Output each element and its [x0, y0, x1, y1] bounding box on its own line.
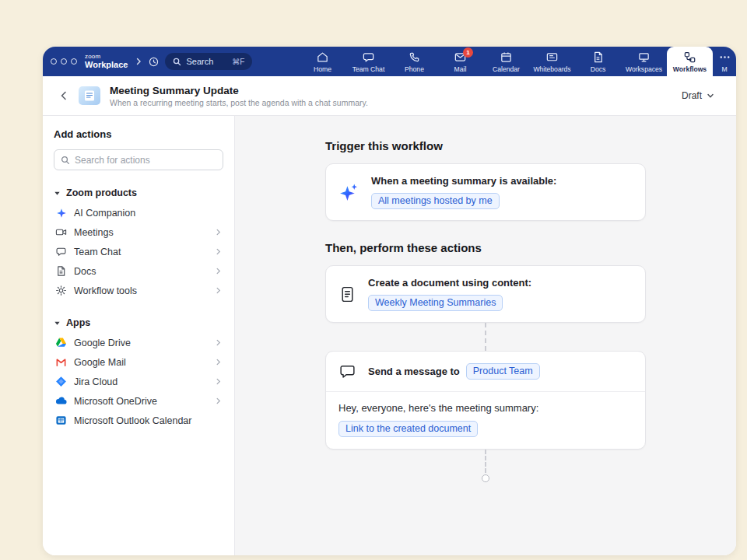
window-control-dot[interactable]: [61, 58, 67, 65]
nav-item-more[interactable]: M: [713, 47, 736, 76]
gear-icon: [55, 285, 67, 296]
zoom-workplace-logo: zoom Workplace: [85, 54, 128, 69]
chevron-right-icon[interactable]: [135, 58, 142, 65]
section-header-apps[interactable]: Apps: [54, 317, 223, 328]
trigger-card[interactable]: When a meeting summary is available: All…: [325, 163, 646, 221]
workflow-canvas: Trigger this workflow When a meeting sum…: [235, 116, 736, 555]
trigger-text: When a meeting summary is available:: [371, 175, 556, 187]
team-chat-icon: [362, 51, 375, 64]
message-body-text: Hey, everyone, here's the meeting summar…: [338, 402, 633, 414]
section-title: Zoom products: [66, 187, 137, 198]
nav-label: Whiteboards: [533, 65, 570, 73]
nav-label: Phone: [405, 65, 424, 73]
chevron-right-icon: [215, 229, 222, 236]
home-icon: [316, 51, 329, 64]
message-link-chip[interactable]: Link to the created document: [338, 421, 478, 437]
document-content-chip[interactable]: Weekly Meeting Summaries: [368, 295, 503, 311]
document-icon: [338, 285, 356, 303]
sidebar-item-microsoft-onedrive[interactable]: Microsoft OneDrive: [54, 391, 223, 411]
connector-line: [485, 450, 486, 473]
phone-icon: [408, 51, 421, 64]
chevron-right-icon: [215, 339, 222, 346]
docs-icon: [55, 265, 67, 277]
logo-zoom: zoom: [85, 54, 128, 60]
meetings-icon: [55, 226, 67, 238]
calendar-icon: [500, 51, 513, 64]
sidebar-item-google-mail[interactable]: Google Mail: [54, 352, 223, 372]
actions-heading: Then, perform these actions: [325, 241, 646, 254]
history-icon[interactable]: [148, 56, 160, 68]
ai-sparkle-icon: [338, 182, 359, 203]
sidebar-item-label: Jira Cloud: [74, 376, 117, 387]
nav-item-mail[interactable]: 1 Mail: [437, 47, 483, 76]
nav-item-docs[interactable]: Docs: [575, 47, 621, 76]
caret-down-icon: [54, 190, 61, 197]
workflow-end-node: [482, 474, 489, 482]
caret-down-icon: [54, 320, 61, 327]
nav-item-phone[interactable]: Phone: [391, 47, 437, 76]
top-bar: zoom Workplace Search ⌘F Home: [43, 47, 736, 76]
sidebar-item-ai-companion[interactable]: AI Companion: [54, 203, 223, 222]
sidebar-item-label: Workflow tools: [74, 285, 137, 296]
gmail-icon: [55, 356, 67, 368]
window-controls[interactable]: [51, 58, 77, 65]
nav-label: Workflows: [673, 65, 707, 73]
section-apps: Apps Google Drive Google Mail: [54, 317, 223, 430]
section-title: Apps: [66, 317, 90, 328]
window-control-dot[interactable]: [71, 58, 77, 65]
workspaces-icon: [637, 51, 651, 64]
chat-bubble-icon: [338, 362, 356, 380]
outlook-calendar-icon: [55, 415, 67, 426]
chevron-right-icon: [215, 268, 222, 275]
sidebar-item-label: Meetings: [74, 227, 114, 238]
sidebar-item-docs[interactable]: Docs: [54, 261, 223, 281]
nav-item-workflows[interactable]: Workflows: [667, 47, 713, 76]
docs-icon: [591, 51, 605, 64]
sidebar-item-jira-cloud[interactable]: Jira Cloud: [54, 372, 223, 391]
trigger-scope-chip[interactable]: All meetings hosted by me: [371, 193, 500, 209]
sidebar-item-meetings[interactable]: Meetings: [54, 222, 223, 242]
back-button[interactable]: [58, 90, 69, 101]
nav-item-team-chat[interactable]: Team Chat: [345, 47, 391, 76]
sidebar-heading: Add actions: [54, 128, 223, 140]
app-window: zoom Workplace Search ⌘F Home: [43, 47, 736, 555]
sidebar-item-label: Team Chat: [74, 247, 121, 257]
mail-badge: 1: [463, 47, 473, 58]
jira-icon: [55, 376, 67, 387]
section-header-zoom-products[interactable]: Zoom products: [54, 187, 223, 198]
nav-label: Workspaces: [626, 65, 662, 73]
sidebar-item-workflow-tools[interactable]: Workflow tools: [54, 281, 223, 300]
nav-item-calendar[interactable]: Calendar: [483, 47, 529, 76]
nav-item-whiteboards[interactable]: Whiteboards: [529, 47, 575, 76]
nav-item-home[interactable]: Home: [300, 47, 345, 76]
actions-search-box[interactable]: [54, 149, 223, 170]
chevron-down-icon: [707, 92, 714, 100]
sidebar-item-team-chat[interactable]: Team Chat: [54, 242, 223, 261]
trigger-heading: Trigger this workflow: [325, 139, 646, 152]
sidebar-item-label: Google Mail: [74, 357, 126, 368]
status-dropdown[interactable]: Draft: [677, 87, 719, 104]
sidebar-item-microsoft-outlook-calendar[interactable]: Microsoft Outlook Calendar: [54, 411, 223, 430]
create-document-card[interactable]: Create a document using content: Weekly …: [325, 265, 646, 323]
global-search[interactable]: Search ⌘F: [165, 53, 252, 70]
chevron-right-icon: [215, 287, 222, 294]
ai-companion-icon: [55, 208, 67, 219]
sidebar-item-label: Google Drive: [74, 338, 131, 348]
actions-search-input[interactable]: [75, 155, 216, 166]
nav-label: Mail: [454, 65, 467, 73]
nav-label: Team Chat: [352, 65, 385, 73]
send-message-text: Send a message to: [368, 366, 460, 377]
nav-item-workspaces[interactable]: Workspaces: [621, 47, 667, 76]
message-recipient-chip[interactable]: Product Team: [466, 363, 540, 380]
create-document-text: Create a document using content:: [368, 277, 531, 289]
sidebar-item-google-drive[interactable]: Google Drive: [54, 333, 223, 352]
sidebar-item-label: AI Companion: [74, 208, 135, 219]
sidebar-item-label: Microsoft OneDrive: [74, 396, 157, 407]
window-control-dot[interactable]: [51, 58, 57, 65]
sidebar-item-label: Docs: [74, 266, 96, 277]
send-message-card[interactable]: Send a message to Product Team Hey, ever…: [325, 351, 646, 450]
search-icon: [173, 58, 181, 66]
search-label: Search: [186, 57, 213, 66]
more-icon: [718, 51, 731, 64]
chevron-right-icon: [215, 248, 222, 255]
